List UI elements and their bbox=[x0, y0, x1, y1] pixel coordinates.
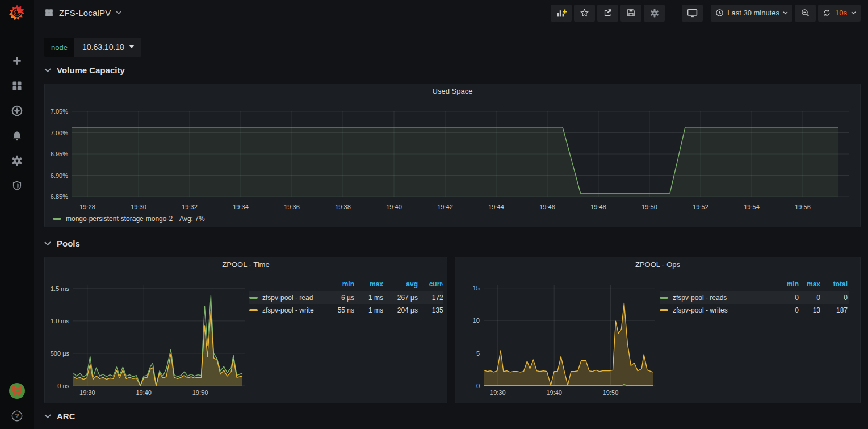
zpool-ops-legend-table: minmaxtotalzfspv-pool - reads000zfspv-po… bbox=[660, 279, 857, 316]
x-axis-tick-label: 19:52 bbox=[693, 203, 708, 210]
sidebar-item-server-admin[interactable] bbox=[5, 177, 30, 194]
x-axis-tick-label: 19:34 bbox=[233, 203, 249, 210]
zoom-out-time-button[interactable] bbox=[795, 5, 816, 22]
sidebar-item-alerting[interactable] bbox=[5, 127, 30, 144]
sidebar-item-dashboards[interactable] bbox=[5, 77, 30, 94]
avatar-pixel-icon bbox=[9, 382, 26, 399]
user-avatar[interactable] bbox=[5, 382, 30, 399]
refresh-picker[interactable]: 10s bbox=[818, 5, 861, 22]
dashboard-title-button[interactable]: ZFS-LocalPV bbox=[44, 8, 121, 18]
legend-column-header[interactable]: min bbox=[768, 279, 800, 291]
legend-series-name[interactable]: zfspv-pool - read bbox=[249, 294, 322, 302]
x-axis-tick-label: 19:28 bbox=[79, 203, 95, 210]
cycle-view-mode-button[interactable] bbox=[682, 5, 703, 22]
legend-series-name[interactable]: mongo-persistent-storage-mongo-2 bbox=[66, 215, 173, 223]
y-axis-tick-label: 1.0 ms bbox=[51, 318, 70, 324]
section-title: Volume Capacity bbox=[57, 65, 125, 75]
legend-series-name[interactable]: zfspv-pool - writes bbox=[660, 306, 766, 314]
y-axis-tick-label: 5 bbox=[476, 350, 480, 357]
help-button[interactable]: ? bbox=[5, 407, 30, 424]
panel-zpool-ops: ZPOOL - Ops 15105019:3019:4019:50 minmax… bbox=[455, 257, 861, 403]
zpool-time-legend-table: minmaxavgcurrentzfspv-pool - read6 µs1 m… bbox=[249, 279, 443, 316]
legend-row: zfspv-pool - reads000 bbox=[660, 291, 849, 304]
template-variable-node[interactable]: node 10.63.10.18 bbox=[44, 38, 141, 57]
legend-stat-value: 0 bbox=[800, 291, 821, 304]
main-area: ZFS-LocalPV bbox=[34, 0, 868, 429]
grafana-logo[interactable] bbox=[7, 3, 27, 23]
dashboard-settings-button[interactable] bbox=[644, 5, 665, 22]
dashboards-grid-icon bbox=[11, 80, 23, 91]
caret-down-icon bbox=[129, 45, 135, 49]
legend-table: minmaxavgcurrentzfspv-pool - read6 µs1 m… bbox=[249, 279, 443, 316]
legend-series-stat: Avg: 7% bbox=[179, 215, 204, 223]
panel-zpool-time: ZPOOL - Time 1.5 ms1.0 ms500 µs0 ns19:30… bbox=[44, 257, 447, 403]
x-axis-tick-label: 19:42 bbox=[437, 203, 453, 210]
section-arc[interactable]: ARC bbox=[44, 411, 76, 421]
legend-swatch bbox=[53, 218, 61, 220]
svg-text:?: ? bbox=[15, 413, 19, 419]
star-dashboard-button[interactable] bbox=[574, 5, 595, 22]
panel-title[interactable]: Used Space bbox=[45, 87, 860, 95]
sidebar-item-create[interactable] bbox=[5, 52, 30, 69]
zpool-time-chart[interactable]: 1.5 ms1.0 ms500 µs0 ns19:3019:4019:50 bbox=[48, 272, 248, 398]
x-axis-tick-label: 19:48 bbox=[590, 203, 606, 210]
legend-stat-value: 0 bbox=[768, 304, 800, 316]
zpool-ops-chart[interactable]: 15105019:3019:4019:50 bbox=[459, 272, 659, 398]
legend-table: minmaxtotalzfspv-pool - reads000zfspv-po… bbox=[660, 279, 849, 316]
chevron-down-icon bbox=[783, 11, 788, 15]
x-axis-tick-label: 19:54 bbox=[744, 203, 760, 210]
used-space-chart[interactable]: 7.05%7.00%6.95%6.90%6.85%19:2819:3019:32… bbox=[49, 98, 857, 213]
tv-monitor-icon bbox=[687, 9, 698, 18]
variable-label: node bbox=[44, 38, 74, 57]
variable-value-dropdown[interactable]: 10.63.10.18 bbox=[74, 38, 141, 57]
magnifier-minus-icon bbox=[800, 8, 810, 18]
legend-column-header[interactable]: max bbox=[800, 279, 821, 291]
legend-stat-value: 204 µs bbox=[384, 304, 419, 316]
section-pools[interactable]: Pools bbox=[44, 239, 80, 248]
section-title: ARC bbox=[57, 411, 76, 421]
legend-stat-value: 172 µs bbox=[419, 291, 443, 304]
legend-stat-value: 0 bbox=[821, 291, 849, 304]
y-axis-tick-label: 6.85% bbox=[51, 193, 68, 200]
star-icon bbox=[580, 8, 589, 18]
add-panel-button[interactable] bbox=[551, 5, 572, 22]
legend-column-header[interactable]: current bbox=[419, 279, 443, 291]
legend-row: zfspv-pool - write55 ns1 ms204 µs135 µs bbox=[249, 304, 443, 316]
legend-stat-value: 55 ns bbox=[323, 304, 355, 316]
sidebar: ? bbox=[0, 0, 34, 429]
x-axis-tick-label: 19:44 bbox=[488, 203, 504, 210]
gear-icon bbox=[649, 8, 660, 18]
used-space-legend: mongo-persistent-storage-mongo-2 Avg: 7% bbox=[53, 215, 205, 223]
x-axis-tick-label: 19:46 bbox=[539, 203, 555, 210]
legend-series-name[interactable]: zfspv-pool - reads bbox=[660, 294, 766, 302]
legend-column-header[interactable]: avg bbox=[384, 279, 419, 291]
x-axis-tick-label: 19:40 bbox=[386, 203, 402, 210]
legend-series-name[interactable]: zfspv-pool - write bbox=[249, 306, 322, 314]
x-axis-tick-label: 19:50 bbox=[192, 389, 208, 396]
save-dashboard-button[interactable] bbox=[620, 5, 641, 22]
panel-title[interactable]: ZPOOL - Time bbox=[45, 260, 447, 269]
y-axis-tick-label: 7.00% bbox=[51, 130, 68, 136]
chevron-down-icon bbox=[44, 68, 51, 73]
y-axis-tick-label: 15 bbox=[473, 285, 480, 291]
legend-column-header[interactable]: total bbox=[821, 279, 849, 291]
x-axis-tick-label: 19:40 bbox=[546, 389, 562, 396]
share-dashboard-button[interactable] bbox=[597, 5, 618, 22]
legend-series-label: zfspv-pool - read bbox=[262, 294, 313, 302]
legend-column-header[interactable]: min bbox=[323, 279, 355, 291]
plus-icon bbox=[11, 55, 23, 66]
sidebar-item-explore[interactable] bbox=[5, 102, 30, 119]
time-range-picker[interactable]: Last 30 minutes bbox=[711, 5, 792, 22]
section-volume-capacity[interactable]: Volume Capacity bbox=[44, 65, 125, 75]
panel-used-space: Used Space 7.05%7.00%6.95%6.90%6.85%19:2… bbox=[44, 84, 861, 227]
panel-title[interactable]: ZPOOL - Ops bbox=[455, 260, 860, 269]
x-axis-tick-label: 19:32 bbox=[182, 203, 198, 210]
legend-stat-value: 6 µs bbox=[323, 291, 355, 304]
chevron-down-icon bbox=[44, 241, 51, 246]
legend-column-header[interactable]: max bbox=[355, 279, 384, 291]
y-axis-tick-label: 0 ns bbox=[57, 382, 69, 389]
x-axis-tick-label: 19:36 bbox=[284, 203, 300, 210]
sidebar-item-configuration[interactable] bbox=[5, 152, 30, 169]
legend-stat-value: 1 ms bbox=[355, 291, 384, 304]
x-axis-tick-label: 19:30 bbox=[79, 389, 95, 396]
